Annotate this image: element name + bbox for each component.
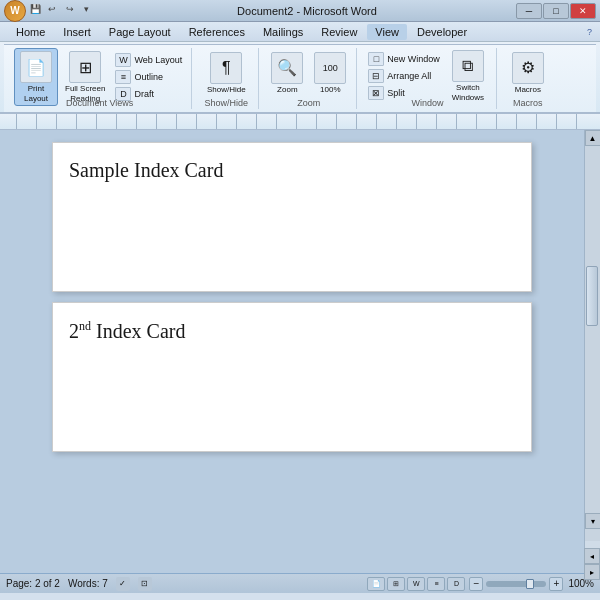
ribbon-group-show-hide: ¶ Show/Hide Show/Hide: [194, 48, 259, 109]
switch-windows-icon: ⧉: [452, 50, 484, 82]
new-window-icon: □: [368, 52, 384, 66]
print-layout-button[interactable]: 📄 PrintLayout: [14, 48, 58, 106]
split-label: Split: [387, 88, 405, 98]
scrollbar-vertical[interactable]: ▲ ▾ ◂ ▸ ▼: [584, 130, 600, 573]
show-hide-label: Show/Hide: [207, 85, 246, 94]
web-layout-icon: W: [115, 53, 131, 67]
words-indicator: Words: 7: [68, 578, 108, 589]
show-hide-group-label: Show/Hide: [205, 98, 249, 108]
window-group-label: Window: [412, 98, 444, 108]
menu-home[interactable]: Home: [8, 24, 53, 40]
menu-view[interactable]: View: [367, 24, 407, 40]
spell-check-icon[interactable]: ✓: [116, 577, 130, 591]
web-layout-button[interactable]: W Web Layout: [112, 52, 185, 68]
macros-group-label: Macros: [513, 98, 543, 108]
ruler-track: [16, 114, 584, 129]
scroll-down-button[interactable]: ▾: [585, 513, 601, 529]
zoom-plus-button[interactable]: +: [549, 577, 563, 591]
show-hide-icon: ¶: [210, 52, 242, 84]
ribbon: 📄 PrintLayout ⊞ Full ScreenReading W Web…: [0, 42, 600, 114]
zoom-100-icon: 100: [314, 52, 346, 84]
layout-icon[interactable]: ⊡: [138, 577, 152, 591]
ribbon-group-document-views: 📄 PrintLayout ⊞ Full ScreenReading W Web…: [8, 48, 192, 109]
ruler-horizontal: [0, 114, 600, 130]
print-layout-label: PrintLayout: [24, 84, 48, 103]
full-screen-reading-button[interactable]: ⊞ Full ScreenReading: [61, 49, 109, 105]
page-indicator: Page: 2 of 2: [6, 578, 60, 589]
outline-label: Outline: [134, 72, 163, 82]
scroll-track[interactable]: [585, 146, 600, 541]
close-button[interactable]: ✕: [570, 3, 596, 19]
title-bar: W 💾 ↩ ↪ ▾ Document2 - Microsoft Word ─ □…: [0, 0, 600, 22]
window-controls: ─ □ ✕: [516, 3, 596, 19]
view-btn-web[interactable]: W: [407, 577, 425, 591]
scroll-prev-page[interactable]: ◂: [584, 548, 600, 564]
document-views-label: Document Views: [66, 98, 133, 108]
window-title: Document2 - Microsoft Word: [98, 5, 516, 17]
zoom-slider-thumb[interactable]: [526, 579, 534, 589]
window-small-buttons: □ New Window ⊟ Arrange All ⊠ Split: [365, 51, 443, 101]
arrange-all-icon: ⊟: [368, 69, 384, 83]
menu-review[interactable]: Review: [313, 24, 365, 40]
main-area: Sample Index Card 2nd Index Card ▲ ▾ ◂ ▸…: [0, 130, 600, 573]
arrange-all-button[interactable]: ⊟ Arrange All: [365, 68, 443, 84]
split-icon: ⊠: [368, 86, 384, 100]
show-hide-button[interactable]: ¶ Show/Hide: [200, 50, 252, 96]
quick-access-redo[interactable]: ↪: [66, 4, 80, 18]
zoom-100-button[interactable]: 100 100%: [310, 50, 350, 96]
web-layout-label: Web Layout: [134, 55, 182, 65]
menu-developer[interactable]: Developer: [409, 24, 475, 40]
draft-label: Draft: [134, 89, 154, 99]
menu-insert[interactable]: Insert: [55, 24, 99, 40]
view-btn-draft[interactable]: D: [447, 577, 465, 591]
macros-button[interactable]: ⚙ Macros: [505, 50, 551, 96]
title-bar-left: W 💾 ↩ ↪ ▾: [4, 0, 98, 22]
quick-access-undo[interactable]: ↩: [48, 4, 62, 18]
print-layout-icon: 📄: [20, 51, 52, 83]
index-card-2: 2nd Index Card: [52, 302, 532, 452]
view-small-buttons: W Web Layout ≡ Outline D Draft: [112, 52, 185, 102]
menu-mailings[interactable]: Mailings: [255, 24, 311, 40]
outline-icon: ≡: [115, 70, 131, 84]
menu-bar: Home Insert Page Layout References Maili…: [0, 22, 600, 42]
ribbon-group-window: □ New Window ⊟ Arrange All ⊠ Split ⧉ Swi…: [359, 48, 497, 109]
full-screen-icon: ⊞: [69, 51, 101, 83]
card-2-title: 2nd Index Card: [69, 320, 185, 342]
quick-access-more[interactable]: ▾: [84, 4, 98, 18]
new-window-label: New Window: [387, 54, 440, 64]
quick-access-save[interactable]: 💾: [30, 4, 44, 18]
menu-page-layout[interactable]: Page Layout: [101, 24, 179, 40]
maximize-button[interactable]: □: [543, 3, 569, 19]
zoom-slider[interactable]: [486, 581, 546, 587]
card-1-title: Sample Index Card: [69, 159, 223, 181]
view-btn-outline[interactable]: ≡: [427, 577, 445, 591]
ribbon-group-macros: ⚙ Macros Macros: [499, 48, 557, 109]
ribbon-group-zoom: 🔍 Zoom 100 100% Zoom: [261, 48, 357, 109]
zoom-control: − + 100%: [469, 577, 594, 591]
zoom-group-label: Zoom: [297, 98, 320, 108]
document-area: Sample Index Card 2nd Index Card: [0, 130, 584, 573]
switch-windows-label: SwitchWindows: [452, 83, 484, 102]
switch-windows-button[interactable]: ⧉ SwitchWindows: [446, 48, 490, 104]
zoom-minus-button[interactable]: −: [469, 577, 483, 591]
index-card-1: Sample Index Card: [52, 142, 532, 292]
new-window-button[interactable]: □ New Window: [365, 51, 443, 67]
status-left: Page: 2 of 2 Words: 7 ✓ ⊡: [6, 577, 152, 591]
status-bar: Page: 2 of 2 Words: 7 ✓ ⊡ 📄 ⊞ W ≡ D − + …: [0, 573, 600, 593]
view-btn-print[interactable]: 📄: [367, 577, 385, 591]
view-btn-full[interactable]: ⊞: [387, 577, 405, 591]
zoom-label: Zoom: [277, 85, 297, 94]
outline-button[interactable]: ≡ Outline: [112, 69, 185, 85]
office-button[interactable]: W: [4, 0, 26, 22]
arrange-all-label: Arrange All: [387, 71, 431, 81]
help-icon[interactable]: ?: [587, 27, 592, 37]
zoom-100-label: 100%: [320, 85, 340, 94]
scroll-up-button[interactable]: ▲: [585, 130, 601, 146]
scroll-thumb[interactable]: [586, 266, 598, 326]
scroll-next-page[interactable]: ▸: [584, 564, 600, 580]
minimize-button[interactable]: ─: [516, 3, 542, 19]
zoom-button[interactable]: 🔍 Zoom: [267, 50, 307, 96]
menu-references[interactable]: References: [181, 24, 253, 40]
status-right: 📄 ⊞ W ≡ D − + 100%: [367, 577, 594, 591]
card-2-superscript: nd: [79, 319, 91, 333]
